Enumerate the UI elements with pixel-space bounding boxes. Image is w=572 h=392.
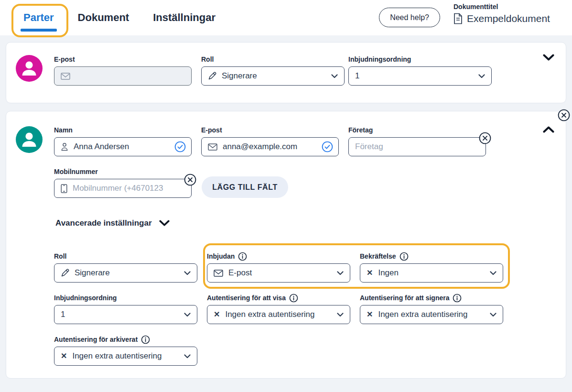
- document-icon: [453, 13, 463, 24]
- chevron-down-icon: [490, 313, 496, 317]
- email-label: E-post: [54, 55, 192, 64]
- company-label: Företag: [348, 126, 486, 134]
- auth-archive-label: Autentisering för arkiverat: [54, 336, 138, 343]
- role-label: Roll: [201, 55, 345, 64]
- invitation-label: Inbjudan: [207, 252, 235, 260]
- field-invitation: Inbjudan E-post: [207, 252, 350, 283]
- party-avatar-pink: [16, 55, 43, 82]
- invite-order-value: 1: [355, 71, 359, 81]
- invite-order-value: 1: [61, 310, 65, 319]
- chevron-down-icon: [331, 74, 338, 78]
- chevron-down-icon: [490, 271, 496, 275]
- none-x-icon: ✕: [61, 352, 67, 360]
- chevron-down-icon: [184, 354, 191, 359]
- none-x-icon: ✕: [367, 311, 373, 318]
- name-input-wrap: [54, 137, 192, 156]
- valid-check-icon: [174, 141, 186, 152]
- remove-mobile-field-icon[interactable]: [184, 174, 196, 186]
- company-input[interactable]: [355, 142, 479, 152]
- none-x-icon: ✕: [214, 311, 220, 318]
- tab-parter-label: Parter: [23, 11, 54, 23]
- field-role: Roll Signerare: [54, 252, 197, 283]
- info-icon[interactable]: [399, 252, 409, 261]
- chevron-down-icon: [337, 313, 344, 317]
- role-label: Roll: [54, 252, 197, 261]
- email-label: E-post: [201, 126, 339, 134]
- confirmation-label: Bekräftelse: [360, 252, 396, 260]
- need-help-button[interactable]: Need help?: [379, 8, 440, 27]
- tab-parter[interactable]: Parter: [23, 11, 54, 24]
- info-icon[interactable]: [141, 335, 150, 344]
- field-invite-order: Inbjudningsordning 1: [54, 294, 197, 324]
- auth-sign-value: Ingen extra autentisering: [378, 310, 467, 319]
- field-invite-order: Inbjudningsordning 1: [348, 55, 492, 86]
- info-icon[interactable]: [289, 294, 298, 303]
- pen-icon: [208, 72, 216, 80]
- invite-order-select[interactable]: 1: [348, 66, 492, 86]
- top-nav: Parter Dokument Inställningar Need help?…: [0, 0, 572, 35]
- tab-bar: Parter Dokument Inställningar: [23, 0, 216, 35]
- none-x-icon: ✕: [367, 269, 373, 277]
- field-auth-sign: Autentisering för att signera ✕ Ingen ex…: [360, 294, 503, 324]
- name-input[interactable]: [74, 142, 185, 152]
- role-select[interactable]: Signerare: [201, 66, 345, 86]
- field-auth-view: Autentisering för att visa ✕ Ingen extra…: [207, 294, 350, 324]
- field-role: Roll Signerare: [201, 55, 345, 86]
- auth-archive-select[interactable]: ✕ Ingen extra autentisering: [54, 347, 197, 366]
- role-select[interactable]: Signerare: [54, 263, 197, 283]
- advanced-settings-label: Avancerade inställningar: [55, 218, 152, 228]
- remove-company-field-icon[interactable]: [479, 132, 491, 144]
- auth-view-select[interactable]: ✕ Ingen extra autentisering: [207, 305, 350, 324]
- advanced-settings-toggle[interactable]: Avancerade inställningar: [55, 218, 170, 228]
- envelope-icon: [61, 73, 70, 80]
- tab-dokument[interactable]: Dokument: [78, 11, 130, 24]
- company-input-wrap: [348, 137, 486, 156]
- mobile-label: Mobilnummer: [54, 167, 192, 176]
- confirmation-value: Ingen: [378, 268, 399, 278]
- auth-archive-value: Ingen extra autentisering: [72, 351, 162, 361]
- expand-card-chevron-down-icon[interactable]: [543, 54, 554, 61]
- party-avatar-teal: [16, 126, 43, 153]
- email-input[interactable]: [223, 142, 332, 152]
- tab-dokument-label: Dokument: [78, 11, 130, 23]
- tab-installningar-label: Inställningar: [153, 11, 216, 23]
- document-title-block: Dokumenttitel Exempeldokument: [453, 0, 561, 24]
- chevron-down-icon: [159, 220, 170, 227]
- role-value: Signerare: [222, 71, 257, 81]
- invitation-value: E-post: [228, 268, 252, 278]
- info-icon[interactable]: [238, 252, 247, 261]
- collapse-card-chevron-up-icon[interactable]: [543, 126, 554, 133]
- pen-icon: [61, 269, 69, 277]
- envelope-icon: [208, 143, 217, 151]
- envelope-icon: [214, 270, 223, 277]
- field-email: E-post: [201, 126, 339, 156]
- party-card-empty: E-post Roll Signerare: [6, 42, 566, 103]
- add-field-button[interactable]: LÄGG TILL FÄLT: [202, 176, 288, 198]
- field-email: E-post: [54, 55, 192, 86]
- role-value: Signerare: [75, 268, 110, 278]
- valid-check-icon: [322, 141, 333, 152]
- remove-party-icon[interactable]: [558, 109, 570, 121]
- mobile-input[interactable]: [73, 184, 185, 193]
- header-right: Need help? Dokumenttitel Exempeldokument: [379, 0, 561, 35]
- person-icon: [61, 142, 68, 151]
- chevron-down-icon: [184, 271, 191, 275]
- field-auth-archive: Autentisering för arkiverat ✕ Ingen extr…: [54, 335, 197, 366]
- chevron-down-icon: [337, 271, 344, 275]
- field-confirmation: Bekräftelse ✕ Ingen: [360, 252, 503, 283]
- chevron-down-icon: [184, 313, 191, 317]
- auth-view-label: Autentisering för att visa: [207, 294, 286, 302]
- name-label: Namn: [54, 126, 192, 134]
- tab-installningar[interactable]: Inställningar: [153, 11, 216, 24]
- document-title-label: Dokumenttitel: [453, 3, 561, 11]
- field-company: Företag: [348, 126, 486, 156]
- email-input[interactable]: [76, 71, 185, 81]
- auth-sign-label: Autentisering för att signera: [360, 294, 449, 302]
- invitation-select[interactable]: E-post: [207, 263, 350, 283]
- confirmation-select[interactable]: ✕ Ingen: [360, 263, 503, 283]
- auth-sign-select[interactable]: ✕ Ingen extra autentisering: [360, 305, 503, 324]
- info-icon[interactable]: [453, 294, 462, 303]
- invite-order-select[interactable]: 1: [54, 305, 197, 324]
- chevron-down-icon: [478, 74, 485, 78]
- email-input-wrap: [54, 66, 192, 86]
